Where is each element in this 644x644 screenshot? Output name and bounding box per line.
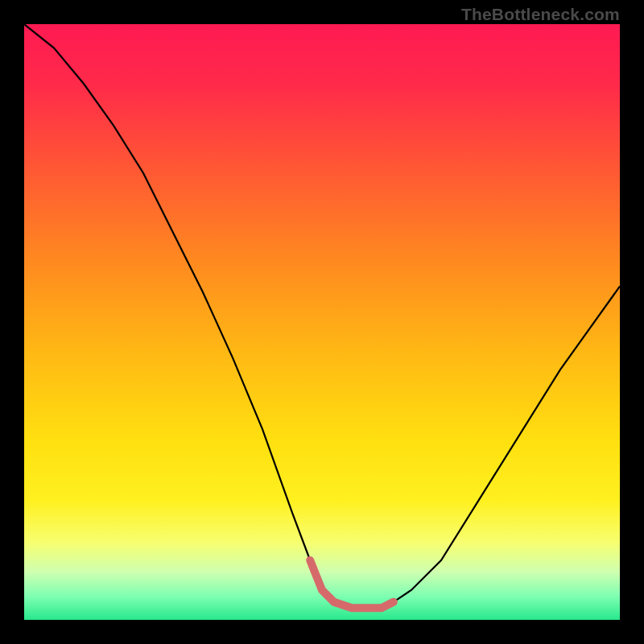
watermark-text: TheBottleneck.com <box>461 5 620 24</box>
chart-frame: TheBottleneck.com <box>0 0 644 644</box>
curve-line <box>24 24 620 608</box>
bottleneck-curve <box>24 24 620 620</box>
plot-area <box>24 24 620 620</box>
optimal-range-highlight <box>310 560 394 608</box>
